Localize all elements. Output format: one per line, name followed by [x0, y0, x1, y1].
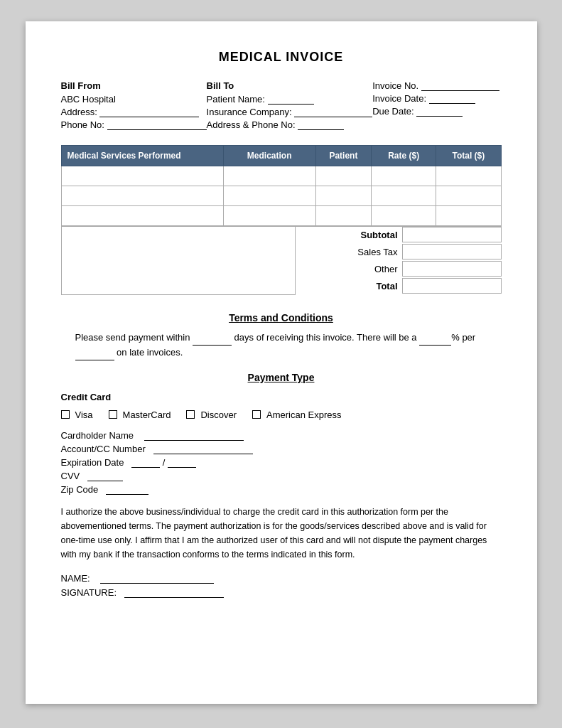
- cell-rate-1[interactable]: [372, 166, 436, 186]
- bill-from-label: Bill From: [61, 80, 207, 91]
- totals-left-spacer: [61, 227, 296, 295]
- terms-title: Terms and Conditions: [229, 312, 333, 323]
- sales-tax-value[interactable]: [402, 244, 502, 259]
- cell-rate-2[interactable]: [372, 186, 436, 206]
- totals-wrapper: Subtotal Sales Tax Other Total: [61, 226, 502, 295]
- cvv-label: CVV: [61, 471, 80, 481]
- insurance-field: Insurance Company:: [207, 107, 373, 117]
- signature-line: SIGNATURE:: [61, 587, 502, 598]
- table-section: Medical Services Performed Medication Pa…: [61, 145, 502, 295]
- other-row: Other: [296, 261, 502, 277]
- total-row: Total: [296, 278, 502, 294]
- expiration-line: Expiration Date /: [61, 457, 502, 468]
- invoice-table: Medical Services Performed Medication Pa…: [61, 145, 502, 226]
- address-field[interactable]: [99, 107, 199, 117]
- invoice-info-col: Invoice No. Invoice Date: Due Date:: [372, 80, 501, 132]
- amex-option: American Express: [252, 410, 341, 420]
- zip-label: Zip Code: [61, 484, 99, 495]
- signature-area: NAME: SIGNATURE:: [61, 573, 502, 598]
- account-label: Account/CC Number: [61, 444, 146, 454]
- subtotal-value[interactable]: [402, 227, 502, 242]
- cell-total-3[interactable]: [436, 206, 501, 226]
- sales-tax-label: Sales Tax: [296, 247, 402, 257]
- sales-tax-row: Sales Tax: [296, 244, 502, 259]
- cell-total-1[interactable]: [436, 166, 501, 186]
- invoice-date: Invoice Date:: [372, 93, 501, 104]
- phone-field[interactable]: [107, 120, 207, 130]
- zip-input[interactable]: [106, 485, 148, 495]
- terms-section: Terms and Conditions Please send payment…: [61, 312, 502, 360]
- visa-option: Visa: [61, 410, 93, 420]
- invoice-page: MEDICAL INVOICE Bill From ABC Hospital A…: [26, 21, 537, 704]
- cell-service-1[interactable]: [61, 166, 223, 186]
- cvv-input[interactable]: [87, 471, 123, 481]
- due-date: Due Date:: [372, 106, 501, 117]
- cell-patient-1[interactable]: [315, 166, 371, 186]
- signature-input[interactable]: [124, 588, 224, 598]
- col-services: Medical Services Performed: [61, 146, 223, 166]
- cell-service-3[interactable]: [61, 206, 223, 226]
- cell-total-2[interactable]: [436, 186, 501, 206]
- bill-from-phone: Phone No:: [61, 119, 207, 130]
- bill-to-col: Bill To Patient Name: Insurance Company:…: [207, 80, 373, 132]
- mastercard-checkbox[interactable]: [109, 410, 117, 419]
- patient-name-input[interactable]: [268, 95, 314, 105]
- name-line: NAME:: [61, 573, 502, 584]
- payment-days-field[interactable]: [193, 336, 232, 346]
- header-section: Bill From ABC Hospital Address: Phone No…: [61, 80, 502, 132]
- percentage-field[interactable]: [419, 336, 451, 346]
- invoice-title: MEDICAL INVOICE: [61, 50, 502, 65]
- discover-label: Discover: [200, 410, 237, 420]
- payment-title: Payment Type: [61, 372, 502, 383]
- cell-patient-3[interactable]: [315, 206, 371, 226]
- signature-label: SIGNATURE:: [61, 587, 117, 598]
- cell-med-3[interactable]: [223, 206, 315, 226]
- amex-checkbox[interactable]: [252, 410, 261, 419]
- cell-patient-2[interactable]: [315, 186, 371, 206]
- col-total: Total ($): [436, 146, 501, 166]
- zip-line: Zip Code: [61, 484, 502, 495]
- auth-text: I authorize the above business/individua…: [61, 505, 502, 562]
- table-header-row: Medical Services Performed Medication Pa…: [61, 146, 501, 166]
- other-value[interactable]: [402, 261, 502, 277]
- patient-name-field: Patient Name:: [207, 94, 373, 105]
- invoice-number-input[interactable]: [421, 81, 499, 91]
- cardholder-label: Cardholder Name: [61, 430, 134, 441]
- discover-checkbox[interactable]: [186, 410, 195, 419]
- payment-section: Payment Type Credit Card Visa MasterCard…: [61, 372, 502, 598]
- total-label: Total: [296, 281, 402, 291]
- address-phone-input[interactable]: [298, 120, 344, 130]
- total-value[interactable]: [402, 278, 502, 294]
- discover-option: Discover: [186, 410, 237, 420]
- cardholder-input[interactable]: [144, 431, 244, 441]
- table-row: [61, 206, 501, 226]
- card-types: Visa MasterCard Discover American Expres…: [61, 410, 502, 420]
- table-row: [61, 186, 501, 206]
- address-phone-field: Address & Phone No:: [207, 119, 373, 130]
- col-patient: Patient: [315, 146, 371, 166]
- visa-label: Visa: [75, 410, 93, 420]
- cell-med-1[interactable]: [223, 166, 315, 186]
- other-label: Other: [296, 264, 402, 274]
- terms-body: Please send payment within days of recei…: [75, 331, 487, 360]
- exp-month-input[interactable]: [131, 458, 160, 468]
- cell-med-2[interactable]: [223, 186, 315, 206]
- exp-year-input[interactable]: [168, 458, 196, 468]
- cell-service-2[interactable]: [61, 186, 223, 206]
- due-date-input[interactable]: [416, 107, 463, 117]
- mastercard-option: MasterCard: [109, 410, 171, 420]
- name-input[interactable]: [100, 574, 214, 584]
- visa-checkbox[interactable]: [61, 410, 70, 419]
- cell-rate-3[interactable]: [372, 206, 436, 226]
- cardholder-line: Cardholder Name: [61, 430, 502, 441]
- account-input[interactable]: [153, 444, 253, 454]
- mastercard-label: MasterCard: [123, 410, 171, 420]
- invoice-date-input[interactable]: [429, 94, 475, 104]
- subtotal-label: Subtotal: [296, 230, 402, 240]
- account-line: Account/CC Number: [61, 444, 502, 454]
- card-fields: Cardholder Name Account/CC Number Expira…: [61, 430, 502, 495]
- late-period-field[interactable]: [75, 350, 114, 360]
- invoice-number: Invoice No.: [372, 80, 501, 91]
- name-label: NAME:: [61, 573, 90, 584]
- insurance-input[interactable]: [294, 107, 372, 117]
